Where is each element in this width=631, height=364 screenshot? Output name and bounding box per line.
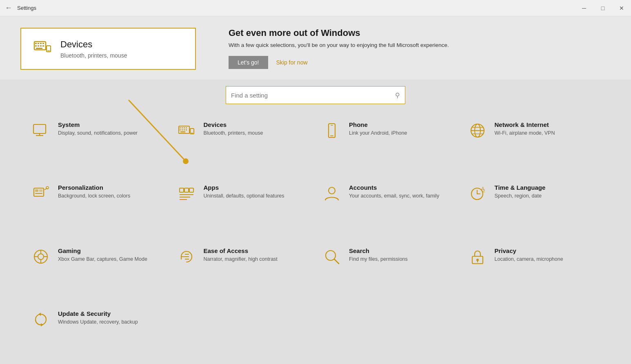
time-text: Time & Language Speech, region, date <box>495 184 546 200</box>
gaming-title: Gaming <box>58 247 147 254</box>
setting-item-phone[interactable]: Phone Link your Android, iPhone <box>316 112 461 175</box>
svg-rect-6 <box>38 45 39 47</box>
svg-rect-40 <box>35 193 42 194</box>
phone-text: Phone Link your Android, iPhone <box>349 121 407 137</box>
svg-rect-2 <box>38 43 39 44</box>
svg-point-63 <box>476 259 479 261</box>
svg-rect-1 <box>35 43 37 44</box>
gaming-desc: Xbox Game Bar, captures, Game Mode <box>58 256 147 263</box>
setting-item-network[interactable]: Network & Internet Wi-Fi, airplane mode,… <box>461 112 607 175</box>
svg-rect-20 <box>184 127 185 129</box>
apps-icon <box>177 185 196 206</box>
setting-item-accounts[interactable]: Accounts Your accounts, email, sync, wor… <box>316 175 461 238</box>
svg-rect-39 <box>39 189 42 192</box>
setting-item-system[interactable]: System Display, sound, notifications, po… <box>24 112 170 175</box>
svg-rect-26 <box>180 131 185 133</box>
promo-description: With a few quick selections, you'll be o… <box>229 42 473 49</box>
svg-point-49 <box>329 187 335 194</box>
update-desc: Windows Update, recovery, backup <box>58 319 138 326</box>
devices-icon <box>177 122 196 143</box>
system-desc: Display, sound, notifications, power <box>58 130 138 137</box>
svg-rect-24 <box>184 129 185 131</box>
personalization-title: Personalization <box>58 184 130 191</box>
setting-item-time[interactable]: A Z Time & Language Speech, region, date <box>461 175 607 238</box>
setting-item-personalization[interactable]: Personalization Background, lock screen,… <box>24 175 170 238</box>
svg-rect-4 <box>42 43 44 44</box>
time-desc: Speech, region, date <box>495 193 546 200</box>
devices-card-highlight[interactable]: Devices Bluetooth, printers, mouse <box>20 28 196 70</box>
svg-rect-8 <box>42 45 44 47</box>
titlebar: ← Settings ─ □ ✕ <box>0 0 631 16</box>
privacy-desc: Location, camera, microphone <box>495 256 563 263</box>
svg-rect-21 <box>186 127 187 129</box>
close-button[interactable]: ✕ <box>612 0 631 16</box>
devices-card-text: Devices Bluetooth, printers, mouse <box>60 39 127 59</box>
back-button[interactable]: ← <box>5 4 12 12</box>
svg-rect-18 <box>180 127 181 129</box>
svg-rect-25 <box>186 129 187 131</box>
promo-section: Get even more out of Windows With a few … <box>229 28 473 69</box>
svg-rect-14 <box>33 124 46 133</box>
search-icon: ⚲ <box>395 91 400 99</box>
network-icon <box>468 122 487 143</box>
search-setting-title: Search <box>349 247 408 254</box>
maximize-button[interactable]: □ <box>593 0 612 16</box>
network-title: Network & Internet <box>495 121 555 128</box>
update-title: Update & Security <box>58 310 138 317</box>
lets-go-button[interactable]: Let's go! <box>229 56 268 69</box>
svg-rect-23 <box>182 129 183 131</box>
app-title: Settings <box>17 5 36 11</box>
svg-rect-44 <box>184 188 189 192</box>
privacy-text: Privacy Location, camera, microphone <box>495 247 563 263</box>
ease-title: Ease of Access <box>204 247 278 254</box>
svg-rect-5 <box>35 45 37 47</box>
settings-grid: System Display, sound, notifications, po… <box>0 112 631 364</box>
setting-item-privacy[interactable]: Privacy Location, camera, microphone <box>461 238 607 301</box>
personalization-icon <box>31 185 51 206</box>
time-title: Time & Language <box>495 184 546 191</box>
svg-rect-29 <box>329 124 335 138</box>
svg-rect-19 <box>182 127 183 129</box>
svg-rect-37 <box>34 188 44 196</box>
devices-card-icon <box>33 38 52 61</box>
svg-rect-7 <box>40 45 42 47</box>
banner-actions: Let's go! Skip for now <box>229 56 473 69</box>
search-input[interactable] <box>231 92 395 99</box>
setting-item-apps[interactable]: Apps Uninstall, defaults, optional featu… <box>170 175 316 238</box>
svg-point-56 <box>38 254 44 260</box>
skip-button[interactable]: Skip for now <box>276 59 308 66</box>
system-text: System Display, sound, notifications, po… <box>58 121 138 137</box>
setting-item-ease[interactable]: Ease of Access Narrator, magnifier, high… <box>170 238 316 301</box>
svg-rect-38 <box>35 189 38 192</box>
window-controls: ─ □ ✕ <box>575 0 631 16</box>
setting-item-devices[interactable]: Devices Bluetooth, printers, mouse <box>170 112 316 175</box>
accounts-text: Accounts Your accounts, email, sync, wor… <box>349 184 439 200</box>
svg-rect-22 <box>180 129 181 131</box>
devices-text: Devices Bluetooth, printers, mouse <box>204 121 263 137</box>
apps-desc: Uninstall, defaults, optional features <box>204 193 284 200</box>
banner-section: Devices Bluetooth, printers, mouse Get e… <box>0 16 631 80</box>
search-setting-desc: Find my files, permissions <box>349 256 408 263</box>
setting-item-gaming[interactable]: Gaming Xbox Game Bar, captures, Game Mod… <box>24 238 170 301</box>
personalization-text: Personalization Background, lock screen,… <box>58 184 130 200</box>
devices-desc: Bluetooth, printers, mouse <box>204 130 263 137</box>
apps-title: Apps <box>204 184 284 191</box>
accounts-desc: Your accounts, email, sync, work, family <box>349 193 439 200</box>
svg-rect-9 <box>36 48 42 49</box>
setting-item-update[interactable]: Update & Security Windows Update, recove… <box>24 301 170 364</box>
privacy-title: Privacy <box>495 247 563 254</box>
accounts-icon <box>322 185 342 206</box>
apps-text: Apps Uninstall, defaults, optional featu… <box>204 184 284 200</box>
gaming-text: Gaming Xbox Game Bar, captures, Game Mod… <box>58 247 147 263</box>
gaming-icon <box>31 248 51 269</box>
setting-item-search[interactable]: Search Find my files, permissions <box>316 238 461 301</box>
search-setting-text: Search Find my files, permissions <box>349 247 408 263</box>
ease-desc: Narrator, magnifier, high contrast <box>204 256 278 263</box>
system-icon <box>31 122 51 143</box>
time-icon: A Z <box>468 185 487 206</box>
svg-rect-3 <box>40 43 42 44</box>
promo-title: Get even more out of Windows <box>229 28 473 38</box>
network-desc: Wi-Fi, airplane mode, VPN <box>495 130 555 137</box>
svg-rect-45 <box>189 188 193 192</box>
minimize-button[interactable]: ─ <box>575 0 593 16</box>
